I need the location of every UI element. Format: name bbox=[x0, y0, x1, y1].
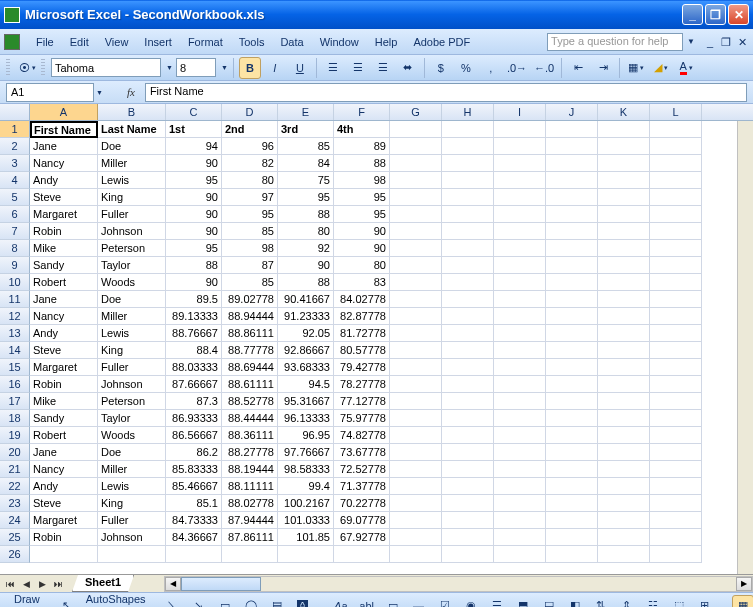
cell[interactable] bbox=[650, 325, 702, 342]
cell[interactable] bbox=[546, 529, 598, 546]
cell[interactable]: 4th bbox=[334, 121, 390, 138]
cell[interactable] bbox=[546, 189, 598, 206]
cell[interactable] bbox=[278, 546, 334, 563]
cell[interactable]: 72.52778 bbox=[334, 461, 390, 478]
cell[interactable] bbox=[390, 240, 442, 257]
cell[interactable] bbox=[390, 206, 442, 223]
cell[interactable] bbox=[494, 291, 546, 308]
cell[interactable]: 88.4 bbox=[166, 342, 222, 359]
cell[interactable] bbox=[546, 291, 598, 308]
wordart-button[interactable]: 🅰 bbox=[292, 595, 314, 608]
cell[interactable]: 88 bbox=[166, 257, 222, 274]
cell[interactable] bbox=[598, 393, 650, 410]
cell[interactable]: 90 bbox=[166, 274, 222, 291]
cell[interactable]: Nancy bbox=[30, 308, 98, 325]
spinner-control[interactable]: ⇕ bbox=[616, 595, 638, 608]
cell[interactable] bbox=[442, 325, 494, 342]
cell[interactable] bbox=[390, 308, 442, 325]
font-dropdown-icon[interactable]: ▼ bbox=[166, 64, 173, 71]
cell[interactable] bbox=[650, 478, 702, 495]
cell[interactable]: 92.05 bbox=[278, 325, 334, 342]
cell[interactable]: 90.41667 bbox=[278, 291, 334, 308]
cell[interactable] bbox=[442, 376, 494, 393]
cell[interactable]: 87.94444 bbox=[222, 512, 278, 529]
cell[interactable]: 85 bbox=[278, 138, 334, 155]
toolbar-grip-2[interactable] bbox=[41, 59, 45, 77]
option-control[interactable]: ◉ bbox=[460, 595, 482, 608]
cell[interactable] bbox=[494, 206, 546, 223]
cell[interactable] bbox=[442, 308, 494, 325]
column-header-D[interactable]: D bbox=[222, 104, 278, 120]
cell[interactable] bbox=[546, 121, 598, 138]
cell[interactable]: 87.3 bbox=[166, 393, 222, 410]
cell[interactable] bbox=[442, 291, 494, 308]
doc-close-button[interactable]: ✕ bbox=[735, 35, 749, 49]
cell[interactable]: 88.03333 bbox=[166, 359, 222, 376]
cell[interactable] bbox=[390, 274, 442, 291]
cell[interactable]: 90 bbox=[166, 155, 222, 172]
cell[interactable]: 89.13333 bbox=[166, 308, 222, 325]
cell[interactable] bbox=[442, 393, 494, 410]
row-header[interactable]: 14 bbox=[0, 342, 30, 359]
cell[interactable] bbox=[390, 461, 442, 478]
toolbar-options-icon[interactable]: ⦿▾ bbox=[16, 57, 38, 79]
cell[interactable]: 90 bbox=[166, 206, 222, 223]
cell[interactable]: 80.57778 bbox=[334, 342, 390, 359]
cell[interactable] bbox=[390, 257, 442, 274]
doc-restore-button[interactable]: ❐ bbox=[719, 35, 733, 49]
cell[interactable] bbox=[598, 444, 650, 461]
cell[interactable]: Taylor bbox=[98, 257, 166, 274]
cell[interactable] bbox=[546, 427, 598, 444]
cell[interactable] bbox=[650, 240, 702, 257]
cell[interactable] bbox=[546, 359, 598, 376]
cell[interactable] bbox=[650, 427, 702, 444]
cell[interactable] bbox=[650, 444, 702, 461]
column-header-L[interactable]: L bbox=[650, 104, 702, 120]
cell[interactable] bbox=[494, 427, 546, 444]
cell[interactable] bbox=[390, 325, 442, 342]
cell[interactable]: Sandy bbox=[30, 257, 98, 274]
cell[interactable] bbox=[494, 376, 546, 393]
cell[interactable] bbox=[442, 359, 494, 376]
cell[interactable] bbox=[494, 478, 546, 495]
cell[interactable]: 95 bbox=[222, 206, 278, 223]
cell[interactable] bbox=[494, 121, 546, 138]
cell[interactable]: Robert bbox=[30, 427, 98, 444]
cell[interactable] bbox=[334, 546, 390, 563]
close-button[interactable]: ✕ bbox=[728, 4, 749, 25]
cell[interactable] bbox=[650, 172, 702, 189]
cell[interactable] bbox=[650, 495, 702, 512]
tab-last-button[interactable]: ⏭ bbox=[50, 576, 66, 592]
cell[interactable]: 1st bbox=[166, 121, 222, 138]
cell[interactable]: 88.69444 bbox=[222, 359, 278, 376]
cell[interactable]: Miller bbox=[98, 461, 166, 478]
decrease-decimal-button[interactable]: ←.0 bbox=[532, 57, 556, 79]
row-header[interactable]: 18 bbox=[0, 410, 30, 427]
font-color-button[interactable]: A▾ bbox=[675, 57, 697, 79]
scrollbar-control[interactable]: ⇅ bbox=[590, 595, 612, 608]
scroll-thumb[interactable] bbox=[181, 577, 261, 591]
cell[interactable]: Robin bbox=[30, 529, 98, 546]
cell[interactable] bbox=[546, 138, 598, 155]
cell[interactable] bbox=[546, 512, 598, 529]
cell[interactable]: 96.13333 bbox=[278, 410, 334, 427]
cell[interactable]: 88.02778 bbox=[222, 495, 278, 512]
cell[interactable] bbox=[598, 240, 650, 257]
cell[interactable]: 88.86111 bbox=[222, 325, 278, 342]
cell[interactable]: 101.85 bbox=[278, 529, 334, 546]
cell[interactable]: Johnson bbox=[98, 529, 166, 546]
code-button[interactable]: ⬚ bbox=[668, 595, 690, 608]
cell[interactable]: 95.31667 bbox=[278, 393, 334, 410]
column-header-K[interactable]: K bbox=[598, 104, 650, 120]
cell[interactable]: 84.73333 bbox=[166, 512, 222, 529]
cell[interactable] bbox=[442, 189, 494, 206]
cell[interactable]: 85 bbox=[222, 223, 278, 240]
cell[interactable] bbox=[546, 223, 598, 240]
cell[interactable] bbox=[390, 155, 442, 172]
help-dropdown-icon[interactable]: ▼ bbox=[687, 37, 695, 46]
cell[interactable] bbox=[494, 325, 546, 342]
cell[interactable] bbox=[598, 359, 650, 376]
cell[interactable] bbox=[546, 274, 598, 291]
menu-adobe-pdf[interactable]: Adobe PDF bbox=[405, 33, 478, 51]
row-header[interactable]: 21 bbox=[0, 461, 30, 478]
